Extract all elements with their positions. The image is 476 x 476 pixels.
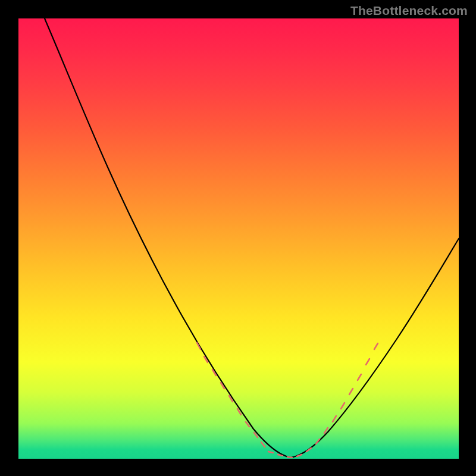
dot bbox=[261, 442, 265, 447]
chart-stage: TheBottleneck.com bbox=[0, 0, 476, 476]
curve-left bbox=[45, 18, 291, 458]
dot bbox=[341, 403, 345, 409]
watermark-text: TheBottleneck.com bbox=[350, 4, 468, 18]
dot bbox=[366, 359, 369, 365]
highlight-dots bbox=[197, 343, 378, 458]
left-branch-curve bbox=[45, 18, 291, 458]
dot bbox=[358, 374, 361, 380]
dot bbox=[297, 455, 302, 456]
dot bbox=[349, 389, 353, 394]
curve-layer bbox=[18, 18, 459, 459]
dot bbox=[333, 416, 336, 422]
dot bbox=[287, 457, 292, 458]
plot-area bbox=[18, 18, 459, 459]
dot bbox=[374, 343, 378, 349]
dot bbox=[268, 452, 273, 453]
